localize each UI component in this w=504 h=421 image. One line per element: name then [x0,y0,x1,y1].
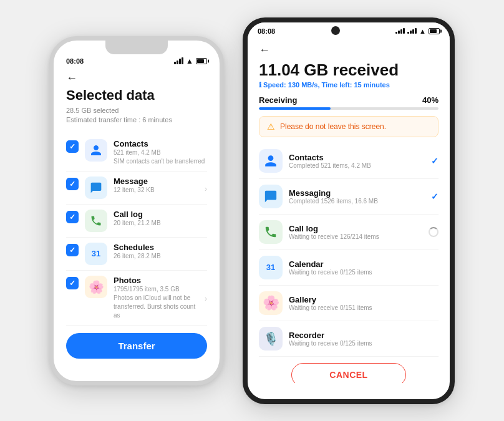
list-item: 🌸 Photos 1795/1795 item, 3.5 GB Photos o… [66,271,207,326]
subtitle-left: 28.5 GB selected Estimated transfer time… [66,106,207,125]
battery-icon [196,58,207,64]
page-title-left: Selected data [66,87,207,104]
list-item: 31 Calendar Waiting to receive 0/125 ite… [259,250,439,286]
time-left: 08:08 [66,57,84,65]
calllog-icon [85,210,107,232]
contacts-icon [85,139,107,162]
speed-label: Speed: [263,81,288,89]
list-item: Message 12 item, 32 KB › [66,172,207,205]
signal-icon-right [395,28,405,34]
r-messaging-text: Messaging Completed 1526 items, 16.6 MB [289,188,425,205]
speed-info: ℹ Speed: 130 MB/s, Time left: 15 minutes [259,81,439,89]
progress-label: Receiving 40% [259,95,439,105]
r-calllog-icon [259,220,283,244]
status-bar-left: 08:08 ▲ [54,54,220,65]
list-item: 🎙️ Recorder Waiting to receive 0/125 ite… [259,321,439,357]
list-item: Messaging Completed 1526 items, 16.6 MB … [259,179,439,215]
list-item: 31 Schedules 26 item, 28.2 MB [66,238,207,271]
status-icons-left: ▲ [174,57,207,65]
arrow-icon-photos: › [205,294,207,303]
warning-text: Please do not leave this screen. [280,122,386,131]
back-button-left[interactable]: ← [66,72,77,85]
r-calllog-text: Call log Waiting to receive 126/214 item… [289,224,422,240]
time-right: 08:08 [258,27,275,35]
progress-fill [259,107,331,110]
r-gallery-icon: 🌸 [259,291,283,315]
cancel-button-wrap: CANCEL [259,357,439,383]
r-recorder-text: Recorder Waiting to receive 0/125 items [289,331,439,347]
photos-text: Photos 1795/1795 item, 3.5 GB Photos on … [114,276,198,320]
transfer-button[interactable]: Transfer [66,333,207,359]
received-title: 11.04 GB received [259,60,439,80]
subtitle-line1: 28.5 GB selected [66,107,119,114]
progress-pct: 40% [422,95,439,105]
signal-icon [174,57,183,64]
check-icon-contacts: ✓ [431,156,439,166]
checkbox-calllog[interactable] [66,211,79,223]
wifi-icon-right: ▲ [419,27,426,35]
photos-icon: 🌸 [85,276,107,298]
back-button-right[interactable]: ← [259,44,439,57]
list-item: Contacts 521 item, 4.2 MB SIM contacts c… [66,134,207,172]
arrow-icon-message: › [205,185,207,193]
progress-text: Receiving [259,95,297,105]
r-gallery-text: Gallery Waiting to receive 0/151 items [289,295,439,311]
speed-value: 130 MB/s, [288,81,320,89]
list-item: Call log 20 item, 21.2 MB [66,205,207,238]
checkbox-message[interactable] [66,178,79,190]
r-messaging-icon [259,185,283,208]
left-phone: 08:08 ▲ ← Selected data 28.5 GB selected… [49,36,224,385]
front-camera [331,26,340,35]
time-value: 15 minutes [354,81,389,89]
checkbox-contacts[interactable] [66,140,79,153]
status-icons-right: ▲ [395,27,440,35]
warning-box: ⚠ Please do not leave this screen. [259,116,439,137]
list-item: 🌸 Gallery Waiting to receive 0/151 items [259,286,439,321]
subtitle-line2: Estimated transfer time : 6 minutes [66,116,172,123]
speed-icon: ℹ [259,81,261,89]
progress-section: Receiving 40% [259,95,439,110]
notch [105,41,168,54]
contacts-text: Contacts 521 item, 4.2 MB SIM contacts c… [114,139,207,166]
time-label: Time left: [322,81,354,89]
r-calendar-text: Calendar Waiting to receive 0/125 items [289,259,439,276]
r-calendar-icon: 31 [259,256,283,279]
cancel-button[interactable]: CANCEL [291,363,405,383]
schedules-icon: 31 [85,243,107,265]
warning-icon: ⚠ [267,122,275,132]
check-icon-messaging: ✓ [431,191,439,201]
message-icon [85,177,107,199]
signal-icon-right2 [407,28,417,34]
spinner-icon-calllog [429,227,439,237]
schedules-text: Schedules 26 item, 28.2 MB [114,243,207,261]
list-item: Contacts Completed 521 items, 4.2 MB ✓ [259,143,439,179]
checkbox-schedules[interactable] [66,244,79,256]
battery-icon-right [429,28,440,34]
left-screen-content: ← Selected data 28.5 GB selected Estimat… [54,65,220,369]
progress-bar [259,107,439,110]
right-phone: 08:08 ▲ ← 11.04 GB received ℹ Speed: 130… [243,17,455,404]
r-contacts-icon [259,149,283,173]
wifi-icon: ▲ [186,57,193,65]
list-item: Call log Waiting to receive 126/214 item… [259,215,439,250]
right-screen-content: ← 11.04 GB received ℹ Speed: 130 MB/s, T… [248,39,450,383]
calllog-text: Call log 20 item, 21.2 MB [114,210,207,228]
top-bar-right: 08:08 ▲ [248,22,450,39]
message-text: Message 12 item, 32 KB [114,177,198,195]
checkbox-photos[interactable] [66,277,79,289]
r-recorder-icon: 🎙️ [259,327,283,351]
r-contacts-text: Contacts Completed 521 items, 4.2 MB [289,153,425,169]
